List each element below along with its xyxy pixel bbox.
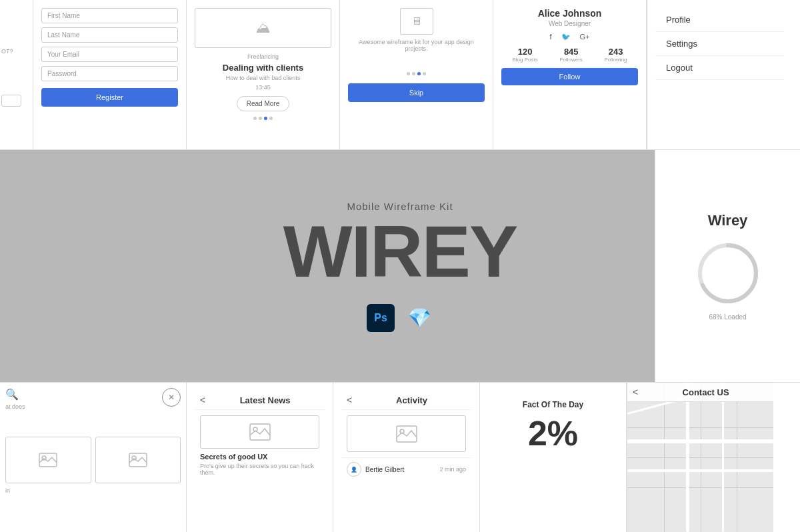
dot-a3 bbox=[417, 72, 421, 75]
gallery-desc-text: at does bbox=[5, 403, 181, 410]
dot-a2 bbox=[412, 72, 415, 75]
panel-cut-left: OT? bbox=[0, 0, 33, 149]
loading-text: 68% Loaded bbox=[709, 313, 746, 321]
dot-a1 bbox=[407, 72, 410, 75]
activity-time: 2 min ago bbox=[439, 466, 466, 473]
twitter-icon[interactable]: 🐦 bbox=[561, 33, 571, 41]
map-road-h1 bbox=[627, 439, 773, 443]
followers-count: 845 bbox=[560, 47, 583, 57]
dot-a4 bbox=[423, 72, 426, 75]
news-article-desc: Pro's give up their secrets so you can h… bbox=[200, 463, 319, 476]
activity-list-item: 👤 Bertie Gilbert 2 min ago bbox=[341, 457, 471, 481]
contact-header: < Contact US bbox=[627, 383, 773, 402]
contact-back-button[interactable]: < bbox=[633, 387, 638, 397]
app-description: Awesome wireframe kit for your app desig… bbox=[348, 39, 485, 52]
bottom-wireframe-strip: 🔍 at does ✕ in < Lat bbox=[0, 382, 800, 532]
fact-title: Fact Of The Day bbox=[488, 391, 618, 415]
news-article-title: Secrets of good UX bbox=[200, 453, 319, 461]
blog-title: Dealing with clients bbox=[195, 63, 331, 73]
profile-stats: 120 Blog Posts 845 Followers 243 Followi… bbox=[501, 47, 638, 63]
photoshop-icon: Ps bbox=[367, 304, 395, 332]
pagination-dots bbox=[195, 117, 331, 120]
activity-image bbox=[347, 415, 466, 452]
panel-register: First Name Last Name Your Email Password… bbox=[33, 0, 187, 149]
blog-time: 13:45 bbox=[195, 84, 331, 91]
stat-blog-posts: 120 Blog Posts bbox=[512, 47, 537, 63]
dot-4 bbox=[269, 117, 273, 120]
followers-label: Followers bbox=[560, 57, 583, 63]
email-field[interactable]: Your Email bbox=[41, 47, 178, 62]
fact-percent: 2% bbox=[488, 415, 618, 453]
panel-app-intro: 🖥 Awesome wireframe kit for your app des… bbox=[340, 0, 493, 149]
social-icons: f 🐦 G+ bbox=[501, 33, 638, 41]
news-image bbox=[200, 415, 319, 449]
activity-title: Activity bbox=[357, 395, 466, 405]
blog-posts-label: Blog Posts bbox=[512, 57, 537, 63]
gallery-item-1 bbox=[5, 437, 91, 483]
blog-posts-count: 120 bbox=[512, 47, 537, 57]
stat-following: 243 Following bbox=[605, 47, 627, 63]
gallery-grid bbox=[5, 437, 181, 483]
password-field[interactable]: Password bbox=[41, 66, 178, 81]
news-header: < Latest News bbox=[195, 391, 325, 410]
facebook-icon[interactable]: f bbox=[549, 33, 551, 41]
profile-role: Web Designer bbox=[501, 20, 638, 27]
blog-image-placeholder: ⛰ bbox=[195, 8, 331, 48]
sketch-label: 💎 bbox=[408, 307, 431, 329]
map-road-v2 bbox=[722, 383, 724, 532]
register-button[interactable]: Register bbox=[41, 88, 178, 107]
follow-button[interactable]: Follow bbox=[501, 68, 638, 85]
app-dots bbox=[348, 72, 485, 75]
dot-3 bbox=[264, 117, 267, 120]
blog-subtitle: How to deal with bad clients bbox=[195, 75, 331, 81]
map-road-h2 bbox=[627, 469, 773, 472]
top-wireframe-strip: OT? First Name Last Name Your Email Pass… bbox=[0, 0, 800, 150]
menu-item-logout[interactable]: Logout bbox=[655, 56, 784, 80]
panel-dropdown-menu: Profile Settings Logout bbox=[647, 0, 792, 149]
hero-section: Mobile Wireframe Kit WIREY Ps 💎 Wirey 68… bbox=[0, 150, 800, 382]
ps-label: Ps bbox=[374, 312, 387, 324]
gallery-item-2 bbox=[95, 437, 181, 483]
map-grid-v2 bbox=[701, 383, 701, 532]
news-back-button[interactable]: < bbox=[200, 395, 205, 405]
map-area bbox=[627, 383, 773, 532]
menu-item-settings[interactable]: Settings bbox=[655, 32, 784, 56]
blog-tag: Freelancing bbox=[195, 53, 331, 60]
sketch-icon: 💎 bbox=[405, 304, 433, 332]
following-count: 243 bbox=[605, 47, 627, 57]
activity-user-name: Bertie Gilbert bbox=[365, 466, 439, 473]
profile-name: Alice Johnson bbox=[501, 8, 638, 19]
skip-button[interactable]: Skip bbox=[348, 83, 485, 102]
close-icon[interactable]: ✕ bbox=[162, 388, 181, 407]
map-road-v1 bbox=[686, 383, 689, 532]
wirey-progress-circle bbox=[695, 240, 761, 307]
hero-title: WIREY bbox=[283, 215, 517, 288]
contact-title: Contact US bbox=[643, 387, 768, 397]
panel-gallery: 🔍 at does ✕ in bbox=[0, 383, 187, 532]
following-label: Following bbox=[605, 57, 627, 63]
dot-1 bbox=[253, 117, 257, 120]
panel-profile: Alice Johnson Web Designer f 🐦 G+ 120 Bl… bbox=[493, 0, 647, 149]
map-grid-v1 bbox=[664, 383, 665, 532]
google-plus-icon[interactable]: G+ bbox=[580, 33, 590, 41]
device-icon: 🖥 bbox=[400, 8, 433, 35]
stat-followers: 845 Followers bbox=[560, 47, 583, 63]
first-name-field[interactable]: First Name bbox=[41, 8, 178, 23]
news-title: Latest News bbox=[211, 395, 319, 405]
panel-contact: < Contact US bbox=[627, 383, 773, 532]
panel-fact: Fact Of The Day 2% bbox=[480, 383, 627, 532]
activity-header: < Activity bbox=[341, 391, 471, 410]
activity-avatar: 👤 bbox=[347, 462, 361, 477]
read-more-button[interactable]: Read More bbox=[237, 96, 289, 111]
menu-item-profile[interactable]: Profile bbox=[655, 8, 784, 32]
panel-wirey-loader: Wirey 68% Loaded bbox=[655, 150, 800, 382]
last-name-field[interactable]: Last Name bbox=[41, 27, 178, 43]
hero-tool-icons: Ps 💎 bbox=[367, 304, 433, 332]
search-icon[interactable]: 🔍 bbox=[5, 388, 181, 401]
wirey-brand: Wirey bbox=[708, 212, 748, 229]
map-grid-v3 bbox=[737, 383, 737, 532]
panel-news: < Latest News Secrets of good UX Pro's g… bbox=[187, 383, 333, 532]
panel-activity: < Activity 👤 Bertie Gilbert 2 min ago bbox=[333, 383, 480, 532]
activity-back-button[interactable]: < bbox=[347, 395, 352, 405]
dot-2 bbox=[259, 117, 262, 120]
